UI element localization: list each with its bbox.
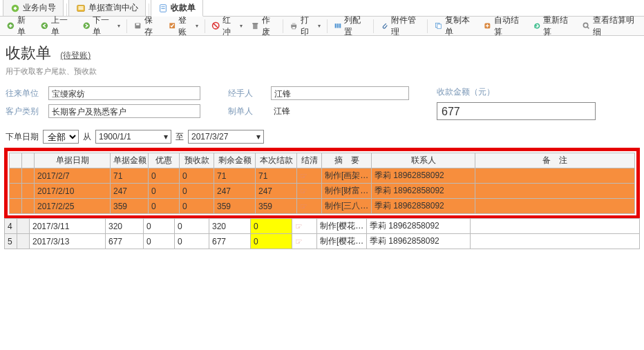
post-button[interactable]: 登账▾ (164, 13, 202, 39)
date-cell: 2017/2/10 (35, 184, 111, 199)
range-select[interactable]: 全部 (43, 130, 79, 144)
summary-cell: 制作[樱花… (317, 219, 367, 234)
dropdown-icon: ▾ (256, 132, 261, 142)
col-discount[interactable]: 优惠 (149, 153, 180, 168)
toolbar-separator (283, 19, 283, 33)
prev-button[interactable]: 上一单 (37, 13, 77, 39)
col-date[interactable]: 单据日期 (35, 153, 111, 168)
tab-label: 收款单 (171, 2, 196, 14)
category-input[interactable]: 长期客户及熟悉客户 (48, 104, 200, 118)
dropdown-icon[interactable]: ▾ (196, 23, 198, 29)
svg-rect-18 (292, 26, 296, 28)
tab-receipt[interactable]: 收款单 (151, 0, 203, 17)
prepay-cell: 0 (175, 234, 209, 249)
contact-cell: 季莉 18962858092 (372, 199, 475, 214)
settle-button[interactable]: ☞ (292, 219, 317, 234)
dropdown-icon: ▾ (164, 132, 168, 142)
colcfg-button[interactable]: 列配置 (330, 13, 370, 39)
toolbar-separator (427, 19, 428, 33)
svg-rect-17 (292, 23, 296, 25)
settle-button[interactable]: ☞ (297, 168, 322, 184)
toolbar-separator (126, 19, 127, 33)
col-summary[interactable]: 摘 要 (322, 153, 372, 168)
settle-button[interactable]: ☞ (292, 234, 317, 249)
table-row[interactable]: 2017/2/2535900359359☞制作[三八…季莉 1896285809… (10, 199, 635, 214)
remain-cell: 320 (209, 219, 251, 234)
settle-button[interactable]: ☞ (297, 184, 322, 199)
next-button[interactable]: 下一单▾ (79, 13, 124, 39)
thispay-cell: 247 (256, 184, 297, 199)
handler-input[interactable]: 江锋 (271, 86, 409, 100)
tab-label: 单据查询中心 (88, 2, 138, 14)
unit-input[interactable]: 宝缦家纺 (48, 86, 200, 100)
new-button[interactable]: 新单 (3, 13, 35, 39)
note-cell (475, 168, 635, 184)
save-icon (133, 21, 142, 31)
table-row[interactable]: 2017/2/1024700247247☞制作[财富…季莉 1896285809… (10, 184, 635, 199)
summary-cell: 制作[财富… (322, 184, 372, 199)
col-prepay[interactable]: 预收款 (180, 153, 214, 168)
void-button[interactable]: 作废 (247, 13, 280, 39)
handler-label: 经手人 (228, 88, 267, 99)
col-thispay[interactable]: 本次结款 (256, 153, 297, 168)
dropdown-icon[interactable]: ▾ (240, 23, 243, 29)
settle-button[interactable]: ☞ (297, 199, 322, 214)
to-date-input[interactable]: 2017/3/27▾ (188, 130, 264, 144)
guide-icon (10, 3, 20, 13)
col-note[interactable]: 备 注 (475, 153, 635, 168)
copy-button[interactable]: 复制本单 (430, 13, 478, 39)
thispay-cell: 0 (251, 219, 292, 234)
attach-button[interactable]: 附件管理 (377, 13, 424, 39)
toolbar-separator (205, 19, 205, 33)
col-amount[interactable]: 单据金额 (111, 153, 149, 168)
new-icon (6, 21, 15, 31)
prepay-cell: 0 (180, 184, 214, 199)
svg-rect-19 (334, 23, 336, 28)
col-remain[interactable]: 剩余金额 (214, 153, 256, 168)
date-cell: 2017/3/13 (30, 234, 106, 249)
date-cell: 2017/2/25 (35, 199, 111, 214)
viewdet-button[interactable]: 查看结算明细 (578, 13, 641, 39)
svg-rect-3 (79, 8, 84, 10)
reset-button[interactable]: 重新结算 (529, 13, 577, 39)
colcfg-icon (334, 21, 343, 31)
contact-cell: 季莉 18962858092 (367, 234, 471, 249)
rowsel-cell (22, 199, 35, 214)
rowsel-cell (17, 234, 30, 249)
redoff-icon (211, 21, 220, 31)
rownum-header (10, 153, 22, 168)
maker-label: 制单人 (228, 106, 267, 117)
autoset-button[interactable]: 自动结算 (480, 13, 527, 39)
note-cell (471, 219, 640, 234)
reset-icon (533, 21, 542, 31)
from-label: 从 (83, 131, 91, 143)
toolbar: 新单 上一单 下一单▾ 保存 登账▾ 红冲▾ 作废 打印▾ 列配置 附件管理 复… (0, 17, 644, 36)
thispay-cell: 359 (256, 199, 297, 214)
prev-icon (40, 21, 49, 31)
table-row[interactable]: 52017/3/13677006770☞制作[樱花…季莉 18962858092 (5, 234, 640, 249)
date-cell: 2017/2/7 (35, 168, 111, 184)
svg-rect-14 (253, 23, 257, 29)
post-icon (168, 21, 176, 31)
highlight-box: 单据日期 单据金额 优惠 预收款 剩余金额 本次结款 结清 摘 要 联系人 备 … (4, 148, 640, 219)
save-button[interactable]: 保存 (130, 13, 162, 39)
toolbar-separator (373, 19, 374, 33)
col-contact[interactable]: 联系人 (372, 153, 475, 168)
page-title: 收款单 (6, 43, 51, 64)
redoff-button[interactable]: 红冲▾ (208, 13, 246, 39)
note-cell (475, 184, 635, 199)
remain-cell: 677 (209, 234, 251, 249)
from-date-input[interactable]: 1900/1/1▾ (95, 130, 171, 144)
summary-cell: 制作[画架… (322, 168, 372, 184)
svg-rect-15 (252, 23, 258, 24)
maker-value: 江锋 (271, 104, 326, 118)
prepay-cell: 0 (180, 168, 214, 184)
print-button[interactable]: 打印▾ (286, 13, 324, 39)
receipt-icon (158, 3, 168, 13)
dropdown-icon[interactable]: ▾ (117, 23, 120, 29)
amount-input[interactable]: 677 (437, 102, 596, 120)
table-row[interactable]: 2017/2/771007171☞制作[画架…季莉 18962858092 (10, 168, 635, 184)
table-row[interactable]: 42017/3/11320003200☞制作[樱花…季莉 18962858092 (5, 219, 640, 234)
col-settle[interactable]: 结清 (297, 153, 322, 168)
dropdown-icon[interactable]: ▾ (318, 23, 321, 29)
